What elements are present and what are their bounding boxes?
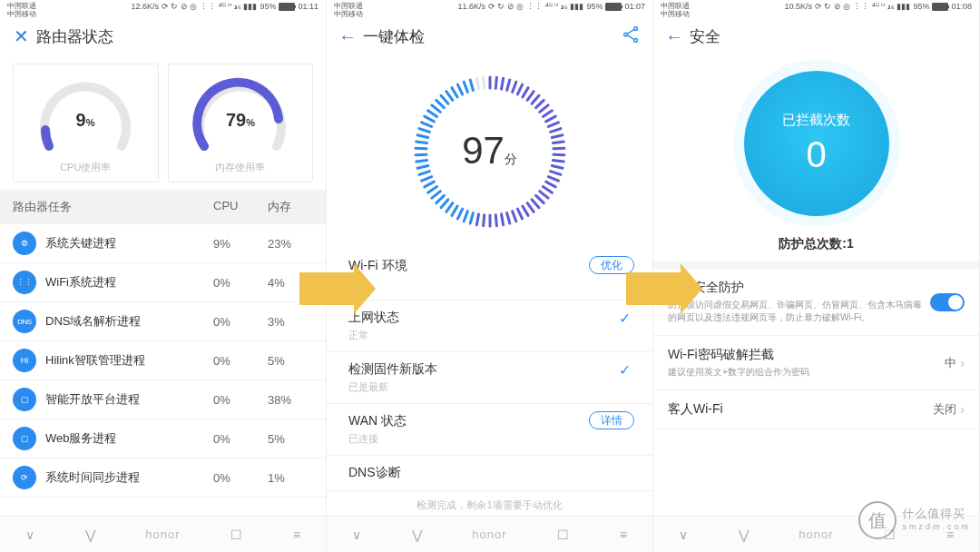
security-title: Wi-Fi密码破解拦截 [668,347,945,363]
back-arrow-icon[interactable]: ← [338,26,358,46]
check-row[interactable]: WAN 状态已连接详情 [327,404,652,456]
nav-home-icon[interactable]: ⋁ [412,527,422,542]
task-name: 系统时间同步进程 [45,469,213,486]
battery-pct: 95% [260,2,276,11]
svg-line-71 [464,82,467,92]
task-row[interactable]: HiHilink智联管理进程0%5% [0,341,326,380]
check-action-chip[interactable]: 优化 [589,256,634,274]
task-row[interactable]: ▢Web服务进程0%5% [0,419,326,458]
status-icons: ⟳ ↻ ⊘ ◎ ⋮⋮ [162,2,216,11]
task-mem: 3% [268,315,313,329]
page-title: 安全 [690,26,720,47]
svg-line-13 [532,95,539,104]
check-title: 检测固件新版本 [348,361,619,378]
security-sub: 防止误访问虚假交易网页、诈骗网页、仿冒网页、包含木马病毒的网页以及违法违规网页等… [668,299,930,324]
screen-health-check: 中国联通 中国移动 11.6K/s ⟳ ↻ ⊘ ◎ ⋮⋮ ⁴ᴳ ᴴ ₃₆ ▮▮▮… [327,0,653,552]
score-unit: 分 [505,152,517,166]
status-time: 01:11 [298,2,318,11]
nav-home-icon[interactable]: ⋁ [739,527,749,542]
svg-point-3 [634,26,638,30]
svg-point-2 [624,33,628,36]
check-row[interactable]: 检测固件新版本已是最新✓ [327,352,652,404]
status-bar: 中国联通 中国移动 10.5K/s ⟳ ↻ ⊘ ◎ ⋮⋮ ⁴ᴳ ᴴ ₃₆ ▮▮▮… [653,0,979,16]
security-row[interactable]: 客人Wi-Fi关闭› [653,390,979,429]
net-speed: 11.6K/s [457,2,485,11]
block-count: 0 [806,134,826,175]
task-mem: 5% [268,354,313,368]
check-sub: 干净 [348,277,589,291]
check-title: Wi-Fi 环境 [348,258,589,274]
task-icon: ⚙ [13,232,36,255]
page-title: 一键体检 [363,26,425,47]
svg-line-65 [431,105,439,112]
screen-security: 中国联通 中国移动 10.5K/s ⟳ ↻ ⊘ ◎ ⋮⋮ ⁴ᴳ ᴴ ₃₆ ▮▮▮… [653,0,980,552]
svg-line-46 [451,206,456,215]
nav-back-icon[interactable]: ∨ [352,527,361,542]
status-icons: ⟳ ↻ ⊘ ◎ ⋮⋮ [488,2,543,11]
status-bar: 中国联通 中国移动 11.6K/s ⟳ ↻ ⊘ ◎ ⋮⋮ ⁴ᴳ ᴴ ₃₆ ▮▮▮… [327,0,652,16]
nav-menu-icon[interactable]: ≡ [620,527,627,542]
nav-recent-icon[interactable]: ☐ [230,527,242,542]
th-cpu: CPU [213,199,268,215]
svg-line-6 [495,77,496,88]
task-row[interactable]: DNSDNS域名解析进程0%3% [0,302,326,341]
svg-line-53 [421,177,431,182]
check-sub: 已连接 [348,432,589,446]
svg-line-67 [441,95,448,104]
back-arrow-icon[interactable]: ← [664,26,684,46]
security-value: 中 [945,355,956,371]
net-speed: 12.6K/s [131,2,159,11]
gauge-mem-svg: 79% [186,74,295,155]
task-table-head: 路由器任务 CPU 内存 [0,190,326,224]
task-row[interactable]: ⟳系统时间同步进程0%1% [0,458,326,498]
task-row[interactable]: ▢智能开放平台进程0%38% [0,380,326,419]
carrier-label: 中国联通 中国移动 [7,2,36,18]
toggle-switch[interactable] [930,293,965,311]
svg-line-28 [545,182,555,187]
chevron-right-icon: › [960,402,965,417]
nav-home-icon[interactable]: ⋁ [85,527,95,542]
svg-line-35 [517,209,522,219]
svg-line-27 [548,177,558,182]
header: ← 一键体检 [327,16,652,56]
th-name: 路由器任务 [13,199,213,215]
status-bar: 中国联通 中国移动 12.6K/s ⟳ ↻ ⊘ ◎ ⋮⋮ ⁴ᴳ ᴴ ₃₆ ▮▮▮… [0,0,326,16]
check-row[interactable]: DNS诊断 [327,456,652,491]
security-row[interactable]: Wi-Fi密码破解拦截建议使用英文+数字的组合作为密码中› [653,336,979,390]
nav-brand: honor [472,527,506,541]
task-name: DNS域名解析进程 [45,313,213,330]
svg-line-30 [539,192,547,198]
share-icon[interactable] [622,25,642,49]
nav-bar: ∨ ⋁ honor ☐ ≡ [0,516,326,552]
check-action-chip[interactable]: 详情 [589,411,634,429]
svg-line-38 [501,214,503,225]
svg-line-14 [535,100,544,107]
svg-line-51 [427,187,436,193]
svg-line-47 [446,203,452,212]
carrier-label: 中国联通 中国移动 [661,2,690,18]
svg-line-12 [527,92,534,101]
task-cpu: 0% [213,276,268,290]
task-cpu: 0% [213,354,268,368]
nav-brand: honor [799,527,833,541]
svg-line-33 [527,203,534,212]
gauge-mem-label: 内存使用率 [172,161,309,174]
nav-back-icon[interactable]: ∨ [25,527,34,542]
close-icon[interactable]: ✕ [11,26,31,46]
task-row[interactable]: ⚙系统关键进程9%23% [0,224,326,263]
watermark-badge: 值 [858,501,897,539]
task-mem: 5% [268,432,313,446]
signal-icon: ⁴ᴳ ᴴ ₃₆ ▮▮▮ [872,2,911,11]
svg-line-42 [476,214,478,225]
svg-line-74 [483,77,484,88]
check-title: WAN 状态 [348,413,589,429]
gauge-cpu: 9% CPU使用率 [13,64,159,182]
task-name: WiFi系统进程 [45,274,213,291]
nav-recent-icon[interactable]: ☐ [557,527,569,542]
task-row[interactable]: ⋮⋮WiFi系统进程0%4% [0,263,326,302]
nav-menu-icon[interactable]: ≡ [293,527,300,542]
svg-line-64 [427,111,436,117]
task-icon: ⋮⋮ [13,271,36,294]
battery-icon [932,3,948,11]
nav-back-icon[interactable]: ∨ [679,527,688,542]
